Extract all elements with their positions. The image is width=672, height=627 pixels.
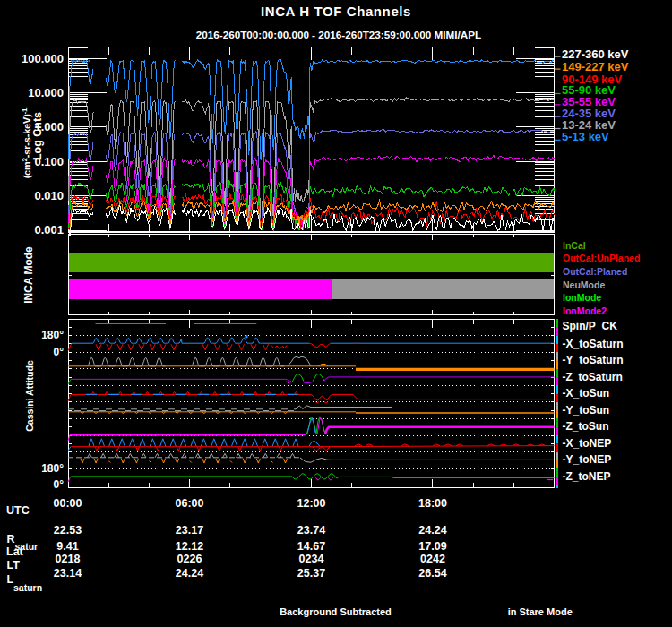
svg-text:22.53: 22.53 [54, 524, 82, 537]
svg-text:23.74: 23.74 [297, 524, 325, 537]
svg-text:23.17: 23.17 [176, 524, 203, 537]
svg-text:180°: 180° [41, 462, 64, 475]
svg-text:NeuMode: NeuMode [563, 279, 605, 290]
svg-text:Log Cnts: Log Cnts [31, 112, 44, 160]
svg-text:R: R [7, 533, 15, 545]
svg-text:23.14: 23.14 [54, 567, 82, 580]
svg-text:2016-260T00:00:00.000 - 2016-2: 2016-260T00:00:00.000 - 2016-260T23:59:0… [196, 29, 481, 40]
svg-text:-X_toSun: -X_toSun [563, 387, 610, 399]
svg-text:0°: 0° [54, 346, 65, 358]
svg-text:12.12: 12.12 [176, 540, 203, 553]
svg-text:0°: 0° [54, 478, 65, 491]
svg-text:-Z_toSaturn: -Z_toSaturn [563, 371, 623, 383]
svg-text:26.54: 26.54 [418, 567, 446, 580]
svg-text:9.41: 9.41 [56, 540, 78, 553]
svg-text:OutCal:Planed: OutCal:Planed [563, 266, 627, 277]
svg-text:Cassini Attitude: Cassini Attitude [24, 360, 35, 432]
svg-text:INCA H TOF Channels: INCA H TOF Channels [261, 4, 411, 19]
svg-text:IonMode: IonMode [563, 292, 601, 303]
svg-text:-Z_toSun: -Z_toSun [563, 420, 609, 433]
svg-text:-Y_toSun: -Y_toSun [563, 404, 610, 417]
svg-text:100.000: 100.000 [22, 52, 64, 65]
svg-text:Lat: Lat [6, 545, 24, 558]
svg-text:0218: 0218 [56, 553, 81, 565]
svg-text:17.09: 17.09 [418, 540, 446, 553]
svg-text:227-360 keV: 227-360 keV [562, 47, 629, 61]
svg-text:24.24: 24.24 [418, 524, 446, 537]
svg-text:LT: LT [7, 559, 21, 571]
svg-text:0226: 0226 [177, 553, 202, 565]
svg-text:UTC: UTC [6, 504, 30, 517]
svg-text:0.010: 0.010 [34, 189, 64, 202]
svg-text:00:00: 00:00 [54, 497, 82, 510]
svg-text:14.67: 14.67 [297, 540, 325, 553]
svg-text:(cm2-sr-s-keV)-1: (cm2-sr-s-keV)-1 [21, 107, 32, 178]
svg-text:-Z_toNEP: -Z_toNEP [563, 470, 611, 483]
svg-text:10.000: 10.000 [28, 86, 64, 99]
svg-text:5-13 keV: 5-13 keV [562, 130, 609, 143]
svg-text:INCA Mode: INCA Mode [22, 246, 35, 304]
svg-text:24.24: 24.24 [176, 567, 203, 580]
svg-text:-Y_toNEP: -Y_toNEP [563, 453, 612, 466]
svg-text:-X_toNEP: -X_toNEP [563, 437, 612, 450]
svg-text:0234: 0234 [299, 553, 324, 565]
svg-text:in Stare Mode: in Stare Mode [508, 606, 573, 617]
svg-text:-Y_toSaturn: -Y_toSaturn [563, 354, 624, 366]
svg-text:saturn: saturn [13, 582, 42, 593]
svg-text:IonMode2: IonMode2 [563, 305, 607, 316]
svg-text:Spin/P_CK: Spin/P_CK [563, 320, 618, 332]
svg-text:InCal: InCal [563, 240, 586, 251]
svg-text:Background Subtracted: Background Subtracted [280, 606, 392, 617]
svg-text:25.37: 25.37 [297, 567, 325, 580]
svg-text:18:00: 18:00 [418, 497, 447, 510]
svg-text:0242: 0242 [420, 553, 445, 565]
svg-text:OutCal:UnPlaned: OutCal:UnPlaned [563, 253, 640, 263]
svg-text:06:00: 06:00 [176, 497, 204, 510]
svg-text:-X_toSaturn: -X_toSaturn [563, 338, 624, 350]
svg-text:0.001: 0.001 [34, 223, 64, 236]
svg-text:12:00: 12:00 [297, 497, 326, 510]
svg-text:180°: 180° [41, 329, 64, 341]
